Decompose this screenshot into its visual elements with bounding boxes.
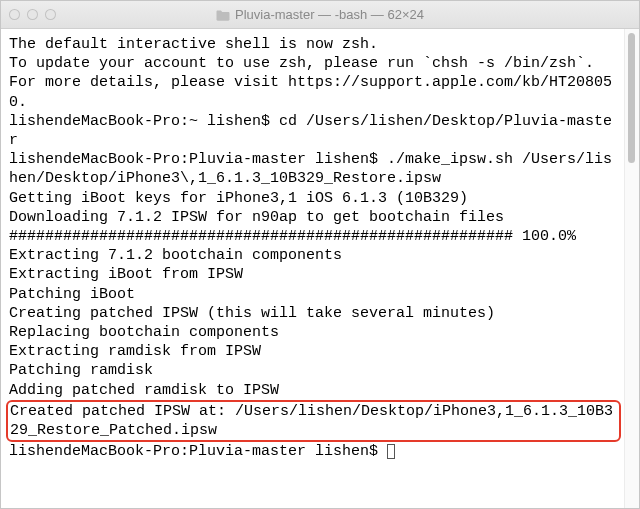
maximize-button[interactable] [45, 9, 56, 20]
terminal-line: Creating patched IPSW (this will take se… [9, 305, 495, 322]
cursor [387, 444, 395, 459]
titlebar: Pluvia-master — -bash — 62×24 [1, 1, 639, 29]
scrollbar[interactable] [624, 29, 639, 508]
terminal-output[interactable]: The default interactive shell is now zsh… [1, 29, 624, 508]
terminal-window: Pluvia-master — -bash — 62×24 The defaul… [0, 0, 640, 509]
terminal-line: lishendeMacBook-Pro:Pluvia-master lishen… [9, 151, 612, 187]
terminal-line: Created patched IPSW at: /Users/lishen/D… [10, 403, 613, 439]
window-title: Pluvia-master — -bash — 62×24 [1, 7, 639, 22]
terminal-line: Patching iBoot [9, 286, 135, 303]
terminal-line: Adding patched ramdisk to IPSW [9, 382, 279, 399]
terminal-line: Replacing bootchain components [9, 324, 279, 341]
terminal-prompt: lishendeMacBook-Pro:Pluvia-master lishen… [9, 443, 387, 460]
terminal-line: Getting iBoot keys for iPhone3,1 iOS 6.1… [9, 190, 468, 207]
highlighted-output: Created patched IPSW at: /Users/lishen/D… [6, 400, 621, 442]
close-button[interactable] [9, 9, 20, 20]
terminal-line: For more details, please visit https://s… [9, 74, 612, 110]
window-controls [9, 9, 56, 20]
terminal-line: ########################################… [9, 228, 576, 245]
terminal-line: Extracting 7.1.2 bootchain components [9, 247, 342, 264]
window-title-text: Pluvia-master — -bash — 62×24 [235, 7, 424, 22]
scrollbar-thumb[interactable] [628, 33, 635, 163]
terminal-line: The default interactive shell is now zsh… [9, 36, 378, 53]
minimize-button[interactable] [27, 9, 38, 20]
terminal-line: Extracting ramdisk from IPSW [9, 343, 261, 360]
terminal-line: Downloading 7.1.2 IPSW for n90ap to get … [9, 209, 504, 226]
folder-icon [216, 9, 230, 20]
terminal-line: Patching ramdisk [9, 362, 153, 379]
terminal-line: To update your account to use zsh, pleas… [9, 55, 594, 72]
terminal-line: lishendeMacBook-Pro:~ lishen$ cd /Users/… [9, 113, 612, 149]
terminal-body: The default interactive shell is now zsh… [1, 29, 639, 508]
terminal-line: Extracting iBoot from IPSW [9, 266, 243, 283]
